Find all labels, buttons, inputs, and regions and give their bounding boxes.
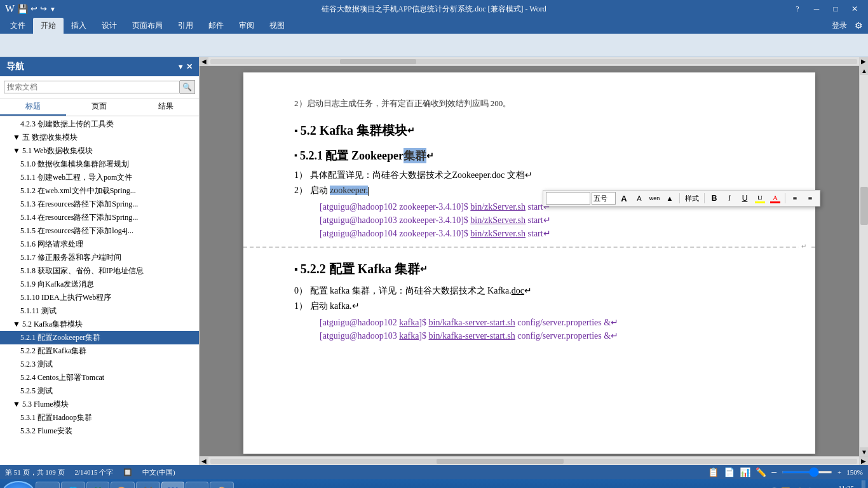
tree-item-five[interactable]: ▼ 五 数据收集模块 [0,131,199,144]
tree-item-5-2-2[interactable]: 5.2.2 配置Kafka集群 [0,344,199,358]
bold-btn[interactable]: B [707,192,721,205]
scroll-down-btn[interactable]: ▼ [860,447,868,456]
taskbar-app-browser[interactable]: 🌐 [61,482,85,488]
scroll-up-btn[interactable]: ▲ [860,66,868,75]
tree-item-5-2-4[interactable]: 5.2.4 Centos上部署Tomcat [0,371,199,384]
tab-design[interactable]: 设计 [94,18,125,34]
kcmd2-link[interactable]: bin/kafka-server-start.sh [429,331,515,341]
tab-mailings[interactable]: 邮件 [201,18,231,34]
taskbar-app-firefox[interactable]: 🦊 [136,482,160,488]
phonetic-btn[interactable]: wen [648,192,661,205]
sidebar-close-btn[interactable]: ✕ [186,62,193,72]
clear-format-btn[interactable]: ▲ [663,192,677,205]
ribbon-settings-icon[interactable]: ⚙ [852,18,865,34]
font-color-btn[interactable]: A [768,192,782,205]
taskbar-app-filemanager[interactable]: 📁 [36,482,60,488]
tab-references[interactable]: 引用 [170,18,201,34]
cmd3-link[interactable]: bin/zkServer.sh [470,229,526,238]
help-btn[interactable]: ? [789,3,806,15]
cmd2-link[interactable]: bin/zkServer.sh [470,215,526,225]
scroll-right-btn[interactable]: ▶ [859,57,868,66]
tree-item-5-1-7[interactable]: 5.1.7 修正服务器和客户端时间 [0,251,199,264]
tree-item-5-3-2[interactable]: 5.3.2 Flume安装 [0,424,199,438]
maximize-btn[interactable]: □ [827,3,844,15]
taskbar-app-excel[interactable]: X [86,482,109,488]
font-size-select[interactable] [592,192,616,205]
tree-item-5-2-5[interactable]: 5.2.5 测试 [0,384,199,398]
quick-more[interactable]: ▼ [50,6,56,13]
tree-item-5-1-2[interactable]: 5.1.2 在web.xml文件中加载Spring... [0,184,199,198]
tab-view[interactable]: 视图 [262,18,292,34]
list2-btn[interactable]: ≡ [803,192,817,205]
tree-item-5-1-10[interactable]: 5.1.10 IDEA上执行Web程序 [0,291,199,304]
tab-pages[interactable]: 页面 [66,98,132,116]
tab-results[interactable]: 结果 [133,98,199,116]
tab-review[interactable]: 审阅 [231,18,262,34]
taskbar-app-word[interactable]: W [161,482,184,488]
scroll-left-btn2[interactable]: ◀ [200,457,208,466]
tree-item-5-3[interactable]: ▼ 5.3 Flume模块 [0,398,199,411]
list1-btn[interactable]: ≡ [788,192,802,205]
kcmd1-link[interactable]: bin/kafka-server-start.sh [429,318,515,327]
h-scroll-thumb2[interactable] [437,459,564,464]
tab-home[interactable]: 开始 [33,18,64,34]
highlight-color-btn[interactable]: U [753,192,767,205]
zoom-in-btn[interactable]: + [837,468,841,476]
h-scroll-bottom[interactable]: ◀ ▶ [200,456,868,465]
language[interactable]: 中文(中国) [142,468,175,477]
tree-item-5-1-8[interactable]: 5.1.8 获取国家、省份、和IP地址信息 [0,264,199,278]
taskbar-app-pkgmgr[interactable]: 📦 [210,482,234,488]
tree-item-5-1-0[interactable]: 5.1.0 数据收集模块集群部署规划 [0,158,199,171]
tab-file[interactable]: 文件 [3,18,33,34]
start-button[interactable]: ⊞ [3,481,34,488]
cmd1-link[interactable]: bin/zkServer.sh [470,202,526,212]
taskbar-app-eclipse[interactable]: ⚙ [186,482,208,488]
font-shrink-btn[interactable]: A [632,192,646,205]
kcmd2-kafka[interactable]: kafka [399,331,419,341]
taskbar-app-paint[interactable]: 🎨 [111,482,135,488]
tree-item-5-1-11[interactable]: 5.1.11 测试 [0,304,199,318]
v-scrollbar[interactable]: ▲ ▼ [859,66,868,456]
tree-item-5-1-1[interactable]: 5.1.1 创建web工程，导入pom文件 [0,171,199,184]
tab-layout[interactable]: 页面布局 [125,18,170,34]
scroll-left-btn[interactable]: ◀ [200,57,208,66]
tree-item-5-1-6[interactable]: 5.1.6 网络请求处理 [0,238,199,251]
scroll-right-btn2[interactable]: ▶ [859,457,868,466]
h-scroll-top[interactable]: ◀ ▶ [200,57,868,66]
tab-insert[interactable]: 插入 [64,18,94,34]
search-button[interactable]: 🔍 [180,80,195,94]
close-btn[interactable]: ✕ [846,3,863,15]
quick-save[interactable]: 💾 [17,4,28,15]
minimize-btn[interactable]: ─ [808,3,825,15]
tree-item-5-1[interactable]: ▼ 5.1 Web数据收集模块 [0,144,199,158]
tree-item-5-1-9[interactable]: 5.1.9 向Kafka发送消息 [0,278,199,291]
tree-item-5-3-1[interactable]: 5.3.1 配置Hadoop集群 [0,411,199,424]
font-family-select[interactable] [546,192,590,205]
v-scroll-thumb[interactable] [860,187,868,225]
underline-btn[interactable]: U [738,192,752,205]
zoom-level[interactable]: 150% [846,468,863,476]
tree-item-5-2-3[interactable]: 5.2.3 测试 [0,358,199,371]
show-desktop-btn[interactable] [862,480,865,488]
kcmd1-kafka[interactable]: kafka [399,318,419,327]
tree-item-5-2[interactable]: ▼ 5.2 Kafka集群模块 [0,318,199,331]
tree-item-5-1-5[interactable]: 5.1.5 在resources路径下添加log4j... [0,224,199,238]
search-input[interactable] [4,81,180,93]
tab-headings[interactable]: 标题 [0,98,66,116]
italic-btn[interactable]: I [722,192,736,205]
zoom-slider[interactable] [782,471,832,473]
sidebar-pin-btn[interactable]: ▾ [179,62,182,72]
style-btn[interactable]: 样式 [682,192,702,205]
tree-item-4-2-3[interactable]: 4.2.3 创建数据上传的工具类 [0,118,199,131]
tree-item-5-1-4[interactable]: 5.1.4 在resources路径下添加Spring... [0,211,199,224]
font-grow-btn[interactable]: A [617,192,631,205]
tree-item-5-1-3[interactable]: 5.1.3 在resources路径下添加Spring... [0,198,199,211]
tree-item-5-2-1[interactable]: 5.2.1 配置Zookeeper集群 [0,331,199,344]
h-scroll-thumb[interactable] [340,59,416,64]
clock-display[interactable]: 11:25 2017/11/10 [817,484,859,488]
login-btn[interactable]: 登录 [827,18,852,34]
kafka-doc-link[interactable]: doc [512,286,524,295]
quick-redo[interactable]: ↪ [40,4,47,14]
quick-undo[interactable]: ↩ [31,4,37,14]
zoom-out-btn[interactable]: ─ [771,468,776,476]
